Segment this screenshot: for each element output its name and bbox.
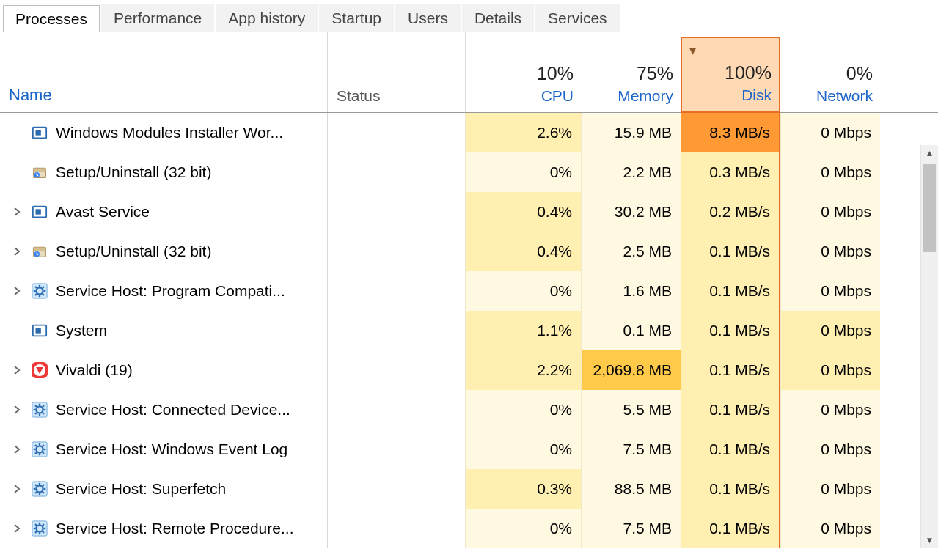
table-row[interactable]: Setup/Uninstall (32 bit)0.4%2.5 MB0.1 MB… [0, 232, 938, 271]
expand-chevron-icon[interactable] [10, 522, 23, 535]
cpu-cell: 0% [465, 509, 581, 548]
column-header-name[interactable]: Name [0, 32, 327, 112]
vivaldi-icon [31, 361, 48, 379]
table-row[interactable]: Service Host: Windows Event Log0%7.5 MB0… [0, 430, 938, 469]
svg-line-52 [35, 492, 37, 493]
svg-line-62 [35, 531, 37, 533]
cpu-cell: 0% [465, 390, 581, 430]
svg-line-60 [35, 524, 37, 526]
disk-cell: 0.3 MB/s [681, 152, 780, 192]
status-cell [327, 113, 465, 152]
svg-line-16 [35, 287, 37, 288]
col-status-label: Status [337, 87, 458, 105]
svg-line-43 [43, 445, 44, 446]
process-name-cell: Service Host: Connected Device... [0, 390, 327, 430]
tab-app-history[interactable]: App history [216, 4, 318, 32]
status-cell [327, 232, 465, 271]
disk-label: Disk [691, 86, 772, 104]
cpu-cell: 2.6% [465, 113, 581, 152]
cpu-cell: 0% [465, 430, 581, 469]
expand-chevron-icon[interactable] [10, 205, 23, 218]
process-name: Avast Service [56, 203, 318, 221]
svg-line-18 [35, 294, 37, 295]
window-icon [31, 124, 48, 141]
svg-line-19 [43, 287, 44, 288]
svg-line-61 [43, 531, 44, 533]
vertical-scrollbar[interactable]: ▲ ▼ [920, 145, 938, 548]
cpu-cell: 0.4% [465, 232, 581, 271]
process-name: Service Host: Program Compati... [56, 282, 318, 300]
table-row[interactable]: Service Host: Remote Procedure...0%7.5 M… [0, 509, 938, 548]
process-name-cell: Service Host: Superfetch [0, 469, 327, 509]
column-header-disk[interactable]: ▾ 100% Disk [681, 37, 780, 113]
status-cell [327, 271, 465, 311]
svg-line-51 [43, 492, 44, 493]
svg-rect-6 [36, 209, 41, 214]
mem-label: Memory [590, 87, 673, 105]
gear-icon [31, 282, 48, 300]
network-cell: 0 Mbps [780, 232, 880, 271]
process-name-cell: Windows Modules Installer Wor... [0, 113, 327, 152]
network-cell: 0 Mbps [780, 509, 880, 548]
svg-line-42 [35, 452, 37, 454]
table-header: Name Status 10% CPU 75% Memory ▾ 100% Di… [0, 32, 938, 113]
status-cell [327, 509, 465, 548]
expand-chevron-icon[interactable] [10, 364, 23, 377]
tab-services[interactable]: Services [535, 4, 620, 32]
network-cell: 0 Mbps [780, 192, 880, 232]
memory-cell: 2.5 MB [581, 232, 681, 271]
memory-cell: 5.5 MB [581, 390, 681, 430]
disk-cell: 8.3 MB/s [681, 113, 780, 152]
svg-line-30 [35, 405, 37, 407]
svg-line-53 [43, 485, 44, 486]
cpu-cell: 0.3% [465, 469, 581, 509]
table-row[interactable]: Windows Modules Installer Wor...2.6%15.9… [0, 113, 938, 152]
gear-icon [31, 520, 48, 537]
gear-icon [31, 480, 48, 498]
tab-performance[interactable]: Performance [101, 4, 214, 32]
table-row[interactable]: Setup/Uninstall (32 bit)0%2.2 MB0.3 MB/s… [0, 152, 938, 192]
table-row[interactable]: Service Host: Program Compati...0%1.6 MB… [0, 271, 938, 311]
disk-pct: 100% [691, 62, 772, 84]
network-cell: 0 Mbps [780, 390, 880, 430]
process-name-cell: Service Host: Program Compati... [0, 271, 327, 311]
expand-chevron-icon[interactable] [10, 403, 23, 416]
tab-users[interactable]: Users [395, 4, 461, 32]
memory-cell: 1.6 MB [581, 271, 681, 311]
svg-line-41 [43, 452, 44, 454]
network-cell: 0 Mbps [780, 311, 880, 350]
expand-chevron-icon[interactable] [10, 284, 23, 298]
column-header-cpu[interactable]: 10% CPU [465, 32, 581, 112]
expand-chevron-icon[interactable] [10, 482, 23, 495]
network-cell: 0 Mbps [780, 430, 880, 469]
column-header-memory[interactable]: 75% Memory [581, 32, 681, 112]
table-row[interactable]: Vivaldi (19)2.2%2,069.8 MB0.1 MB/s0 Mbps [0, 350, 938, 390]
process-name: System [56, 322, 318, 339]
table-row[interactable]: Service Host: Connected Device...0%5.5 M… [0, 390, 938, 430]
table-row[interactable]: Service Host: Superfetch0.3%88.5 MB0.1 M… [0, 469, 938, 509]
scroll-up-icon[interactable]: ▲ [921, 145, 938, 161]
scroll-down-icon[interactable]: ▼ [921, 532, 938, 548]
table-row[interactable]: System1.1%0.1 MB0.1 MB/s0 Mbps [0, 311, 938, 350]
svg-rect-3 [34, 169, 46, 172]
status-cell [327, 430, 465, 469]
cpu-cell: 0% [465, 271, 581, 311]
memory-cell: 7.5 MB [581, 430, 681, 469]
scroll-thumb[interactable] [923, 164, 936, 252]
disk-cell: 0.1 MB/s [681, 350, 780, 390]
expand-chevron-icon[interactable] [10, 245, 23, 258]
tab-strip: ProcessesPerformanceApp historyStartupUs… [0, 0, 938, 32]
expand-chevron-icon[interactable] [10, 443, 23, 456]
column-header-status[interactable]: Status [327, 32, 465, 112]
tab-processes[interactable]: Processes [3, 5, 100, 32]
table-row[interactable]: Avast Service0.4%30.2 MB0.2 MB/s0 Mbps [0, 192, 938, 232]
process-table: Name Status 10% CPU 75% Memory ▾ 100% Di… [0, 32, 938, 548]
tab-details[interactable]: Details [462, 4, 534, 32]
box-icon [31, 163, 48, 181]
process-name-cell: Setup/Uninstall (32 bit) [0, 152, 327, 192]
net-pct: 0% [789, 63, 873, 84]
memory-cell: 2.2 MB [581, 152, 681, 192]
cpu-cell: 0% [465, 152, 581, 192]
tab-startup[interactable]: Startup [319, 4, 394, 32]
column-header-network[interactable]: 0% Network [780, 32, 880, 112]
